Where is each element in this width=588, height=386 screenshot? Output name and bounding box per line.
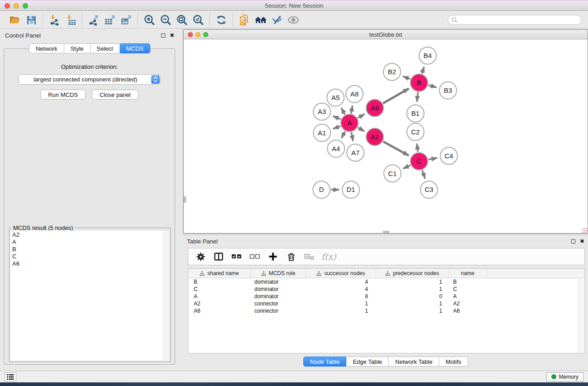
- graph-edge-A-A5[interactable]: [341, 108, 345, 114]
- close-panel-button[interactable]: Close panel: [92, 90, 139, 100]
- graph-edge-B-B4[interactable]: [422, 67, 424, 74]
- graph-node-B4[interactable]: B4: [419, 47, 436, 64]
- graph-edge-C-C1[interactable]: [403, 165, 411, 168]
- zoom-in-icon[interactable]: [143, 13, 156, 27]
- table-row[interactable]: Cdominator41C: [188, 286, 584, 293]
- table-cell[interactable]: connector: [251, 307, 306, 315]
- mcds-result-list[interactable]: A2ABCA6: [10, 231, 169, 361]
- column-header-predecessor-nodes[interactable]: predecessor nodes: [376, 269, 449, 278]
- settings-gear-icon[interactable]: [195, 251, 206, 262]
- graph-edge-A-A1[interactable]: [333, 126, 341, 129]
- graph-edge-A-A2[interactable]: [358, 128, 364, 131]
- table-cell[interactable]: A6: [449, 307, 487, 315]
- table-cell[interactable]: connector: [251, 300, 306, 307]
- table-cell[interactable]: 4: [306, 278, 376, 286]
- split-columns-icon[interactable]: [213, 251, 225, 262]
- show-graphics-details-icon[interactable]: [287, 13, 300, 27]
- table-cell[interactable]: dominator: [251, 286, 306, 293]
- table-float-panel-icon[interactable]: [571, 239, 575, 243]
- table-row[interactable]: Bdominator41B: [188, 278, 584, 286]
- graph-node-C1[interactable]: C1: [384, 165, 401, 182]
- graph-node-A7[interactable]: A7: [347, 144, 364, 161]
- column-header-shared-name[interactable]: shared name: [188, 269, 251, 278]
- graph-node-C2[interactable]: C2: [407, 124, 424, 141]
- graph-node-A2[interactable]: A2: [366, 129, 383, 146]
- graph-edge-B-B2[interactable]: [403, 76, 410, 79]
- canvas-horizontal-scroll-nub[interactable]: [383, 231, 389, 233]
- result-list-item[interactable]: B: [10, 245, 169, 253]
- table-tab-node-table[interactable]: Node Table: [303, 357, 347, 367]
- deselect-all-checks-icon[interactable]: [249, 251, 261, 262]
- network-graph[interactable]: AA6A2BCA5A8A3A1A4A7B2B4B3B1C2C4C1C3DD1: [184, 40, 588, 233]
- table-cell[interactable]: 0: [376, 293, 449, 300]
- result-list-scrollbar[interactable]: [163, 231, 169, 361]
- refresh-icon[interactable]: [215, 13, 228, 27]
- column-header-name[interactable]: name: [449, 269, 487, 278]
- graph-edge-A6-B[interactable]: [383, 89, 409, 104]
- graph-edge-A-A8[interactable]: [351, 105, 353, 114]
- select-all-checks-icon[interactable]: [231, 251, 243, 262]
- run-mcds-button[interactable]: Run MCDS: [40, 90, 86, 100]
- table-cell[interactable]: A2: [449, 300, 487, 307]
- task-history-button[interactable]: [5, 372, 16, 381]
- table-cell[interactable]: C: [188, 286, 251, 293]
- graph-node-B3[interactable]: B3: [440, 82, 457, 99]
- export-network-icon[interactable]: [87, 13, 100, 27]
- zoom-window-button[interactable]: [23, 3, 28, 9]
- table-cell[interactable]: A6: [188, 307, 251, 315]
- graph-node-C3[interactable]: C3: [421, 181, 438, 198]
- table-scrollbar[interactable]: [578, 279, 584, 353]
- graph-node-A[interactable]: A: [341, 114, 358, 132]
- column-header-MCDS-role[interactable]: MCDS role: [251, 269, 306, 278]
- table-row[interactable]: A2connector11A2: [188, 300, 584, 307]
- export-table-icon[interactable]: [103, 13, 117, 27]
- table-cell[interactable]: dominator: [251, 293, 306, 300]
- graph-edge-B-B3[interactable]: [428, 85, 437, 87]
- table-cell[interactable]: B: [449, 278, 487, 286]
- result-list-item[interactable]: A6: [10, 260, 169, 267]
- search-field[interactable]: [448, 15, 582, 25]
- table-cell[interactable]: A2: [188, 300, 251, 307]
- table-cell[interactable]: 1: [306, 300, 376, 307]
- table-tab-motifs[interactable]: Motifs: [439, 357, 468, 367]
- new-network-from-selection-icon[interactable]: [238, 13, 251, 27]
- column-header-successor-nodes[interactable]: successor nodes: [306, 269, 376, 278]
- graph-node-A8[interactable]: A8: [346, 86, 363, 103]
- open-session-icon[interactable]: [8, 13, 22, 27]
- tab-select[interactable]: Select: [91, 43, 120, 53]
- float-panel-icon[interactable]: [161, 33, 165, 38]
- graph-node-B[interactable]: B: [411, 74, 428, 91]
- memory-button[interactable]: Memory: [546, 372, 583, 381]
- graph-node-C4[interactable]: C4: [440, 147, 458, 164]
- import-network-icon[interactable]: [48, 13, 61, 27]
- table-cell[interactable]: dominator: [251, 278, 306, 286]
- table-row[interactable]: A6connector11A6: [188, 307, 584, 315]
- window-resize-grip[interactable]: [582, 228, 588, 233]
- close-window-button[interactable]: [5, 3, 10, 9]
- export-image-icon[interactable]: [120, 13, 133, 27]
- graph-node-B2[interactable]: B2: [383, 63, 401, 81]
- network-minimize-button[interactable]: [196, 32, 201, 37]
- table-cell[interactable]: 1: [376, 278, 449, 286]
- graph-node-C[interactable]: C: [411, 152, 428, 170]
- delete-columns-icon[interactable]: [285, 251, 297, 262]
- table-cell[interactable]: 1: [376, 286, 449, 293]
- save-session-icon[interactable]: [24, 13, 38, 27]
- graph-edge-A-A3[interactable]: [333, 116, 340, 119]
- table-cell[interactable]: A: [449, 293, 487, 300]
- table-cell[interactable]: 8: [306, 293, 376, 300]
- graph-node-D1[interactable]: D1: [342, 181, 359, 198]
- graph-node-A3[interactable]: A3: [313, 103, 330, 120]
- table-cell[interactable]: 1: [376, 300, 449, 307]
- graph-edge-C-C4[interactable]: [428, 158, 437, 160]
- optimization-select[interactable]: largest connected component (directed): [19, 74, 161, 85]
- table-row[interactable]: Adominator80A: [188, 293, 584, 300]
- graph-edge-A2-C[interactable]: [383, 142, 409, 156]
- result-list-item[interactable]: A: [10, 238, 169, 245]
- zoom-selected-icon[interactable]: [191, 13, 205, 27]
- graph-node-D[interactable]: D: [313, 181, 330, 198]
- tab-mcds[interactable]: MCDS: [120, 43, 150, 53]
- tab-network[interactable]: Network: [29, 43, 64, 53]
- table-tab-edge-table[interactable]: Edge Table: [346, 357, 389, 367]
- hubba-home-icon[interactable]: [254, 13, 268, 27]
